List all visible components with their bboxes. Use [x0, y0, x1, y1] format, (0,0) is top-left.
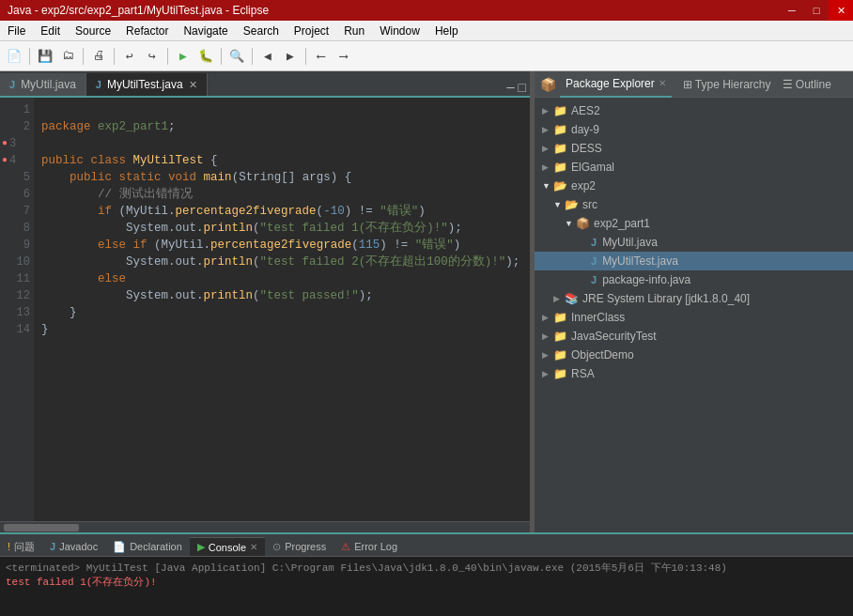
- title-bar-buttons[interactable]: ─ □ ✕: [780, 0, 853, 21]
- tree-arrow: ▶: [542, 106, 553, 116]
- back-button[interactable]: ◀: [257, 46, 278, 67]
- tree-item-myutil[interactable]: J MyUtil.java: [535, 233, 853, 252]
- problems-icon: !: [8, 541, 10, 552]
- menu-refactor[interactable]: Refactor: [118, 23, 176, 39]
- menu-file[interactable]: File: [0, 23, 33, 39]
- editor-tab-bar: J MyUtil.java J MyUtilTest.java ✕ ─ □: [0, 71, 530, 98]
- run-button[interactable]: ▶: [173, 46, 194, 67]
- tree-item-pkginfo[interactable]: J package-info.java: [535, 270, 853, 289]
- tree-arrow: ▶: [542, 125, 553, 134]
- tree-item-src[interactable]: ▼ 📂 src: [535, 195, 853, 214]
- pkg-explorer-close[interactable]: ✕: [659, 78, 666, 88]
- tree-item-dess[interactable]: ▶ 📁 DESS: [535, 139, 853, 158]
- tree-arrow-jre: ▶: [553, 294, 565, 303]
- tab-errorlog[interactable]: ⚠ Error Log: [333, 537, 405, 556]
- tree-item-objectdemo[interactable]: ▶ 📁 ObjectDemo: [535, 346, 853, 364]
- save-all-button[interactable]: 🗂: [57, 46, 78, 67]
- menu-bar: File Edit Source Refactor Navigate Searc…: [0, 21, 853, 41]
- maximize-button[interactable]: □: [804, 0, 829, 21]
- tab-myutil[interactable]: J MyUtil.java: [0, 73, 86, 96]
- menu-navigate[interactable]: Navigate: [176, 23, 235, 39]
- tree-item-innerclass[interactable]: ▶ 📁 InnerClass: [535, 308, 853, 327]
- tab-myutiltest[interactable]: J MyUtilTest.java ✕: [86, 73, 208, 96]
- tree-item-javasecurity[interactable]: ▶ 📁 JavaSecurityTest: [535, 327, 853, 346]
- type-hierarchy-tab[interactable]: ⊞ Type Hierarchy: [683, 78, 771, 91]
- prev-edit-button[interactable]: ⟵: [311, 46, 332, 67]
- line-numbers: 1 2 ●3 ●4 5 6 7 8 9 10 11 12 13 14: [0, 98, 34, 521]
- tab-console-label: Console: [209, 542, 246, 553]
- folder-icon3: 📁: [553, 330, 567, 343]
- right-panel: 📦 Package Explorer ✕ ⊞ Type Hierarchy ☰ …: [534, 71, 853, 532]
- tab-declaration-label: Declaration: [130, 541, 182, 552]
- folder-icon: 📁: [553, 142, 567, 155]
- tree-label: ObjectDemo: [571, 348, 634, 362]
- menu-help[interactable]: Help: [427, 23, 466, 39]
- tree-arrow: ▶: [542, 350, 553, 360]
- tree-item-exp2[interactable]: ▼ 📂 exp2: [535, 177, 853, 195]
- redo-button[interactable]: ↪: [142, 46, 163, 67]
- title-bar: Java - exp2/src/exp2_part1/MyUtilTest.ja…: [0, 0, 853, 21]
- tree-arrow-expand: ▼: [542, 181, 553, 191]
- tree-label: MyUtil.java: [602, 236, 658, 249]
- tree-item-elgamal[interactable]: ▶ 📁 ElGamal: [535, 158, 853, 177]
- tree-arrow: ▶: [542, 331, 553, 341]
- debug-button[interactable]: 🐛: [195, 46, 216, 67]
- menu-window[interactable]: Window: [372, 23, 427, 39]
- minimize-editor-button[interactable]: ─: [506, 81, 514, 96]
- tree-item-day9[interactable]: ▶ 📁 day-9: [535, 120, 853, 139]
- tab-problems[interactable]: ! 问题: [0, 537, 42, 556]
- tree-item-aes2[interactable]: ▶ 📁 AES2: [535, 101, 853, 120]
- tab-myutiltest-label: MyUtilTest.java: [107, 78, 183, 91]
- new-button[interactable]: 📄: [4, 46, 24, 67]
- tree-arrow: ▶: [542, 144, 553, 153]
- menu-project[interactable]: Project: [287, 23, 336, 39]
- tree-item-jre[interactable]: ▶ 📚 JRE System Library [jdk1.8.0_40]: [535, 289, 853, 308]
- javadoc-icon: J: [50, 541, 55, 552]
- title-bar-text: Java - exp2/src/exp2_part1/MyUtilTest.ja…: [8, 4, 269, 17]
- menu-search[interactable]: Search: [236, 23, 287, 39]
- forward-button[interactable]: ▶: [280, 46, 301, 67]
- tree-label: day-9: [571, 123, 599, 136]
- tab-progress[interactable]: ⊙ Progress: [265, 537, 333, 556]
- editor-area: J MyUtil.java J MyUtilTest.java ✕ ─ □ 1 …: [0, 71, 530, 532]
- minimize-button[interactable]: ─: [780, 0, 804, 21]
- console-terminated-line: <terminated> MyUtilTest [Java Applicatio…: [6, 561, 847, 575]
- tree-item-myutiltest[interactable]: J MyUtilTest.java: [535, 252, 853, 270]
- folder-icon2: 📁: [553, 311, 567, 324]
- save-button[interactable]: 💾: [35, 46, 55, 67]
- menu-source[interactable]: Source: [68, 23, 118, 39]
- java-selected-icon: J: [591, 255, 597, 267]
- menu-edit[interactable]: Edit: [33, 23, 68, 39]
- tab-console[interactable]: ▶ Console ✕: [190, 537, 265, 556]
- menu-run[interactable]: Run: [336, 23, 372, 39]
- tab-declaration[interactable]: 📄 Declaration: [105, 537, 190, 556]
- tab-controls: ─ □: [506, 81, 530, 96]
- print-button[interactable]: 🖨: [88, 46, 109, 67]
- editor-scrollbar[interactable]: [0, 521, 530, 532]
- console-close-button[interactable]: ✕: [250, 542, 257, 552]
- undo-button[interactable]: ↩: [119, 46, 140, 67]
- tree-label: package-info.java: [602, 273, 690, 286]
- tree-item-exp2part1[interactable]: ▼ 📦 exp2_part1: [535, 214, 853, 233]
- package-icon: 📦: [576, 217, 590, 230]
- scrollbar-thumb[interactable]: [4, 524, 79, 531]
- java-file-icon: J: [9, 79, 15, 90]
- tree-item-rsa[interactable]: ▶ 📁 RSA: [535, 364, 853, 383]
- tree-label: InnerClass: [571, 311, 625, 324]
- tab-package-explorer[interactable]: Package Explorer ✕: [560, 71, 672, 98]
- tab-close-button[interactable]: ✕: [189, 79, 197, 91]
- code-content[interactable]: package exp2_part1; public class MyUtilT…: [34, 98, 530, 521]
- search-toolbar-button[interactable]: 🔍: [226, 46, 247, 67]
- close-button[interactable]: ✕: [829, 0, 853, 21]
- maximize-editor-button[interactable]: □: [519, 81, 526, 96]
- next-edit-button[interactable]: ⟶: [333, 46, 354, 67]
- tree-arrow: ▶: [542, 313, 553, 322]
- tab-javadoc[interactable]: J Javadoc: [42, 537, 105, 556]
- tree-label: DESS: [571, 142, 602, 155]
- folder-icon: 📁: [553, 123, 567, 136]
- java-file-active-icon: J: [96, 79, 101, 90]
- outline-tab[interactable]: ☰ Outline: [783, 78, 831, 91]
- pkg-explorer-icon: 📦: [540, 77, 556, 92]
- tree-label: MyUtilTest.java: [602, 254, 678, 268]
- code-editor: 1 2 ●3 ●4 5 6 7 8 9 10 11 12 13 14 packa…: [0, 98, 530, 521]
